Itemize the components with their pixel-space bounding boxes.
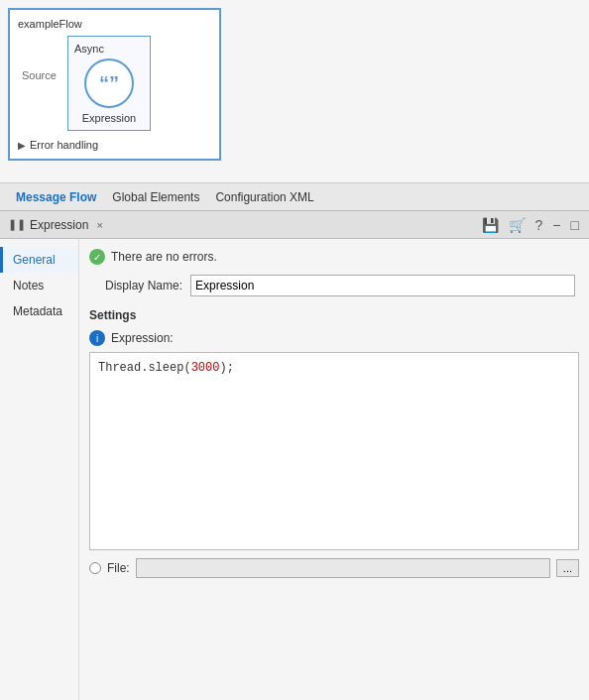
maximize-icon[interactable]: □ [569,215,581,235]
display-name-row: Display Name: [89,275,579,296]
code-number: 3000 [191,361,220,375]
browse-button[interactable]: ... [556,559,579,577]
async-container: Async Expression [67,36,151,131]
settings-title: Settings [89,308,579,322]
save-icon[interactable]: 💾 [480,215,501,235]
settings-section: Settings i Expression: Thread.sleep(3000… [89,308,579,578]
panel-header: ❚❚ Expression × 💾 🛒 ? − □ [0,211,589,239]
panel-tab-label: Expression [30,218,88,232]
expression-node-label: Expression [82,112,136,124]
display-name-label: Display Name: [93,279,182,292]
error-handling-arrow: ▶ [18,140,26,151]
tab-bar: Message Flow Global Elements Configurati… [0,183,589,211]
sidebar-nav: General Notes Metadata [0,239,79,700]
file-radio-button[interactable] [89,562,101,574]
sidebar-item-general[interactable]: General [0,247,78,273]
status-text: There are no errors. [111,250,217,264]
sidebar-item-metadata[interactable]: Metadata [0,298,78,324]
panel-container: ❚❚ Expression × 💾 🛒 ? − □ General Notes … [0,211,589,700]
expression-info-icon: i [89,330,105,346]
file-path-input[interactable] [136,558,550,578]
cart-icon[interactable]: 🛒 [507,215,528,235]
main-content: ✓ There are no errors. Display Name: Set… [79,239,589,700]
status-success-icon: ✓ [89,249,105,265]
sidebar-item-notes[interactable]: Notes [0,273,78,298]
tab-global-elements[interactable]: Global Elements [104,186,207,208]
minimize-icon[interactable]: − [550,215,562,235]
tab-configuration-xml[interactable]: Configuration XML [207,186,321,208]
tab-message-flow[interactable]: Message Flow [8,186,104,208]
expression-icon [84,58,134,108]
flow-title: exampleFlow [18,18,211,30]
file-row: File: ... [89,558,579,578]
error-handling-label: Error handling [30,139,98,151]
expression-row: i Expression: [89,330,579,346]
code-content: Thread.sleep(3000); [98,361,234,375]
source-label: Source [22,69,57,81]
help-icon[interactable]: ? [533,215,545,235]
canvas-area: exampleFlow Source Async Expression ▶ Er… [0,0,589,183]
error-handling[interactable]: ▶ Error handling [18,139,211,151]
panel-header-right: 💾 🛒 ? − □ [480,215,581,235]
async-label: Async [74,43,144,55]
expression-label: Expression: [111,331,174,345]
panel-tab-icon-symbol: ❚❚ [8,218,26,231]
panel-header-left: ❚❚ Expression × [8,218,103,232]
display-name-input[interactable] [190,275,575,296]
panel-body: General Notes Metadata ✓ There are no er… [0,239,589,700]
status-bar: ✓ There are no errors. [89,249,579,265]
expression-code-area[interactable]: Thread.sleep(3000); [89,352,579,550]
file-label: File: [107,561,130,575]
panel-close-button[interactable]: × [96,219,102,231]
flow-box: exampleFlow Source Async Expression ▶ Er… [8,8,221,161]
expression-node[interactable]: Expression [74,58,144,124]
